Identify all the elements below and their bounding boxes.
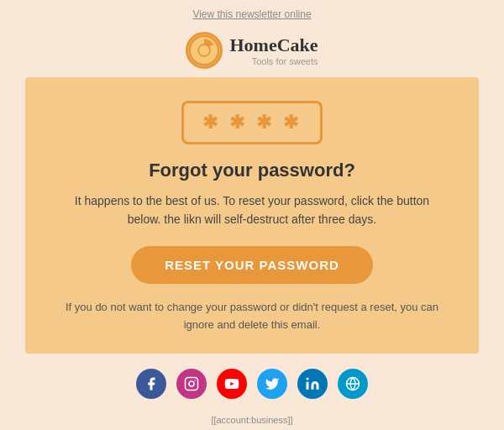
web-icon[interactable] <box>338 369 368 399</box>
youtube-icon[interactable] <box>217 369 247 399</box>
social-icons-row <box>136 369 368 399</box>
logo-title: HomeCake <box>229 34 318 56</box>
instagram-icon[interactable] <box>176 369 207 399</box>
logo-subtitle: Tools for sweets <box>229 56 318 66</box>
logo-area: HomeCake Tools for sweets <box>186 32 318 69</box>
password-stars: ✱ ✱ ✱ ✱ <box>202 112 302 134</box>
svg-point-3 <box>189 381 194 386</box>
footer-info: [[account:business]] [[account:address_1… <box>100 412 405 430</box>
facebook-icon[interactable] <box>136 369 166 399</box>
main-card: ✱ ✱ ✱ ✱ Forgot your password? It happens… <box>25 77 479 354</box>
logo-icon <box>186 32 223 69</box>
twitter-icon[interactable] <box>257 369 287 399</box>
ignore-text: If you do not want to change your passwo… <box>59 299 445 334</box>
linkedin-icon[interactable] <box>297 369 328 399</box>
logo-text: HomeCake Tools for sweets <box>229 34 318 66</box>
password-box: ✱ ✱ ✱ ✱ <box>181 101 323 144</box>
svg-point-4 <box>194 380 196 382</box>
reset-password-button[interactable]: RESET YOUR PASSWORD <box>131 246 373 284</box>
card-description: It happens to the best of us. To reset y… <box>59 191 445 229</box>
footer-line1: [[account:business]] <box>100 412 405 429</box>
card-title: Forgot your password? <box>149 160 355 181</box>
svg-point-1 <box>199 45 211 56</box>
svg-rect-2 <box>186 378 198 391</box>
svg-point-6 <box>307 378 309 380</box>
view-newsletter-link[interactable]: View this newsletter online <box>192 8 311 20</box>
